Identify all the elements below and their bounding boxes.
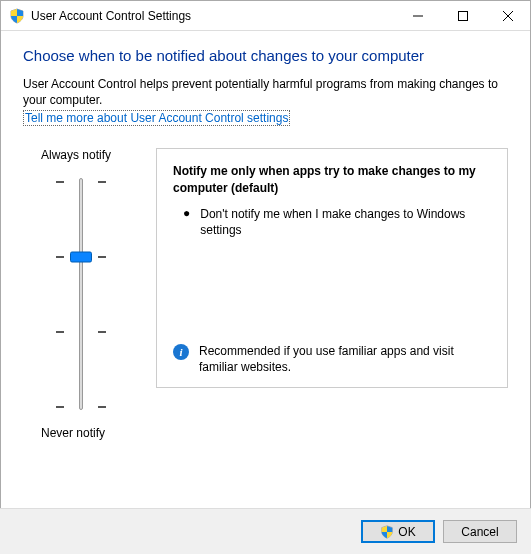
bullet-icon: ● [183,206,190,238]
uac-shield-icon [380,525,394,539]
cancel-button[interactable]: Cancel [443,520,517,543]
info-panel: Notify me only when apps try to make cha… [156,148,508,388]
recommendation-text: Recommended if you use familiar apps and… [199,343,491,375]
notification-level-slider[interactable] [56,174,106,414]
slider-column: Always notify Never notify [23,148,138,440]
cancel-button-label: Cancel [461,525,498,539]
slider-label-top: Always notify [41,148,111,162]
page-heading: Choose when to be notified about changes… [23,47,508,64]
ok-button-label: OK [398,525,415,539]
minimize-button[interactable] [395,1,440,30]
panel-title: Notify me only when apps try to make cha… [173,163,491,195]
slider-thumb[interactable] [70,252,92,263]
body-row: Always notify Never notify Notify me onl… [23,148,508,440]
maximize-button[interactable] [440,1,485,30]
panel-bullet-text: Don't notify me when I make changes to W… [200,206,491,238]
window-title: User Account Control Settings [31,9,191,23]
panel-bullet: ● Don't notify me when I make changes to… [173,206,491,238]
slider-label-bottom: Never notify [41,426,105,440]
learn-more-link[interactable]: Tell me more about User Account Control … [23,110,290,126]
footer: OK Cancel [0,508,531,554]
info-icon: i [173,344,189,360]
recommendation-row: i Recommended if you use familiar apps a… [173,343,491,375]
uac-shield-icon [9,8,25,24]
content-area: Choose when to be notified about changes… [1,31,530,440]
titlebar: User Account Control Settings [1,1,530,31]
slider-track [79,178,83,410]
svg-rect-1 [458,11,467,20]
page-description: User Account Control helps prevent poten… [23,76,508,108]
close-button[interactable] [485,1,530,30]
ok-button[interactable]: OK [361,520,435,543]
